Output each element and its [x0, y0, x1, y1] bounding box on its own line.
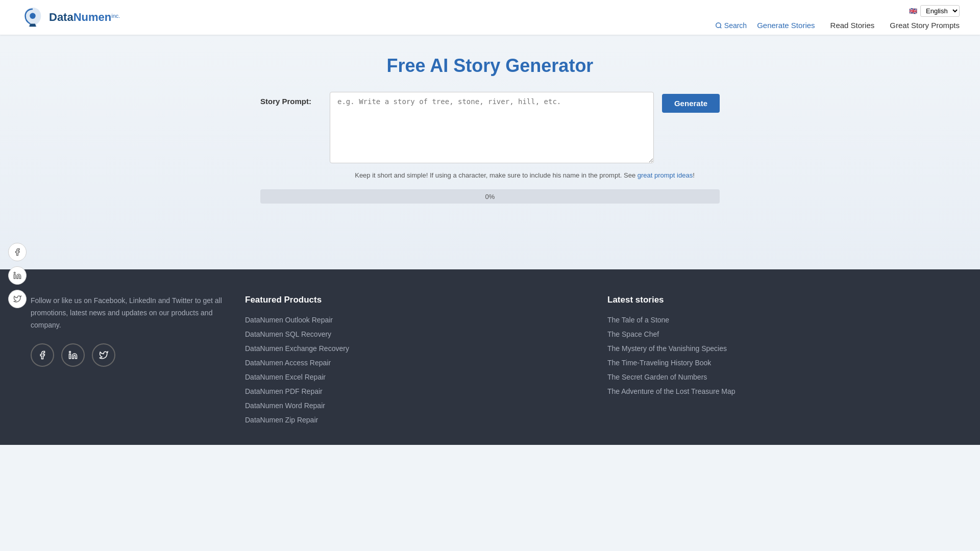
hint-text: Keep it short and simple! If using a cha… — [355, 171, 695, 179]
sidebar-facebook-icon[interactable] — [8, 243, 27, 261]
header: DataNumeninc. 🇬🇧 English Search Generate… — [0, 0, 980, 35]
svg-line-4 — [720, 27, 722, 28]
product-list-item[interactable]: DataNumen PDF Repair — [245, 387, 587, 396]
footer-stories: Latest stories The Tale of a StoneThe Sp… — [607, 295, 949, 424]
products-list: DataNumen Outlook RepairDataNumen SQL Re… — [245, 315, 587, 424]
story-list-item[interactable]: The Space Chef — [607, 330, 949, 339]
story-list-item[interactable]: The Secret Garden of Numbers — [607, 372, 949, 382]
logo[interactable]: DataNumeninc. — [20, 5, 120, 30]
story-prompt-label: Story Prompt: — [260, 97, 322, 106]
latest-stories-title: Latest stories — [607, 295, 949, 305]
sidebar-linkedin-icon[interactable] — [8, 266, 27, 285]
language-selector[interactable]: 🇬🇧 English — [909, 5, 960, 17]
svg-rect-5 — [69, 354, 71, 359]
header-right: 🇬🇧 English Search Generate Stories Read … — [715, 5, 960, 30]
product-list-item[interactable]: DataNumen SQL Recovery — [245, 330, 587, 339]
product-list-item[interactable]: DataNumen Excel Repair — [245, 372, 587, 382]
nav-read-stories[interactable]: Read Stories — [830, 21, 875, 30]
product-list-item[interactable]: DataNumen Access Repair — [245, 358, 587, 367]
featured-products-title: Featured Products — [245, 295, 587, 305]
footer-facebook-icon[interactable] — [31, 343, 54, 367]
story-form: Story Prompt: Generate — [260, 92, 720, 165]
search-label: Search — [724, 21, 747, 30]
story-list-item[interactable]: The Adventure of the Lost Treasure Map — [607, 387, 949, 396]
footer-twitter-icon[interactable] — [92, 343, 115, 367]
svg-point-2 — [30, 13, 36, 19]
page-title: Free AI Story Generator — [387, 55, 594, 77]
svg-point-3 — [716, 22, 721, 27]
svg-point-1 — [14, 272, 15, 273]
logo-text: DataNumeninc. — [49, 11, 120, 24]
main-nav: Generate Stories Read Stories Great Stor… — [757, 21, 960, 30]
svg-point-6 — [69, 352, 71, 353]
product-list-item[interactable]: DataNumen Word Repair — [245, 401, 587, 410]
footer-social-icons — [31, 343, 225, 367]
product-list-item[interactable]: DataNumen Exchange Recovery — [245, 344, 587, 353]
story-list-item[interactable]: The Tale of a Stone — [607, 315, 949, 324]
great-prompt-ideas-link[interactable]: great prompt ideas — [638, 171, 693, 179]
story-list-item[interactable]: The Mystery of the Vanishing Species — [607, 344, 949, 353]
sidebar-twitter-icon[interactable] — [8, 290, 27, 308]
footer-linkedin-icon[interactable] — [61, 343, 85, 367]
product-list-item[interactable]: DataNumen Outlook Repair — [245, 315, 587, 324]
nav-generate-stories[interactable]: Generate Stories — [757, 21, 815, 30]
social-sidebar — [8, 243, 27, 308]
product-list-item[interactable]: DataNumen Zip Repair — [245, 415, 587, 424]
progress-bar: 0% — [260, 189, 720, 204]
story-prompt-input[interactable] — [330, 92, 654, 163]
footer-description: Follow or like us on Facebook, LinkedIn … — [31, 295, 225, 331]
progress-label: 0% — [485, 193, 495, 201]
nav-great-prompts[interactable]: Great Story Prompts — [890, 21, 960, 30]
footer-products: Featured Products DataNumen Outlook Repa… — [245, 295, 587, 424]
svg-rect-0 — [14, 274, 15, 279]
language-select[interactable]: English — [920, 5, 960, 17]
textarea-wrapper — [330, 92, 654, 165]
footer: Follow or like us on Facebook, LinkedIn … — [0, 269, 980, 445]
generate-button[interactable]: Generate — [662, 94, 720, 113]
stories-list: The Tale of a StoneThe Space ChefThe Mys… — [607, 315, 949, 396]
footer-about: Follow or like us on Facebook, LinkedIn … — [31, 295, 225, 424]
main-content: Free AI Story Generator Story Prompt: Ge… — [0, 35, 980, 269]
search-button[interactable]: Search — [715, 21, 747, 30]
story-list-item[interactable]: The Time-Traveling History Book — [607, 358, 949, 367]
